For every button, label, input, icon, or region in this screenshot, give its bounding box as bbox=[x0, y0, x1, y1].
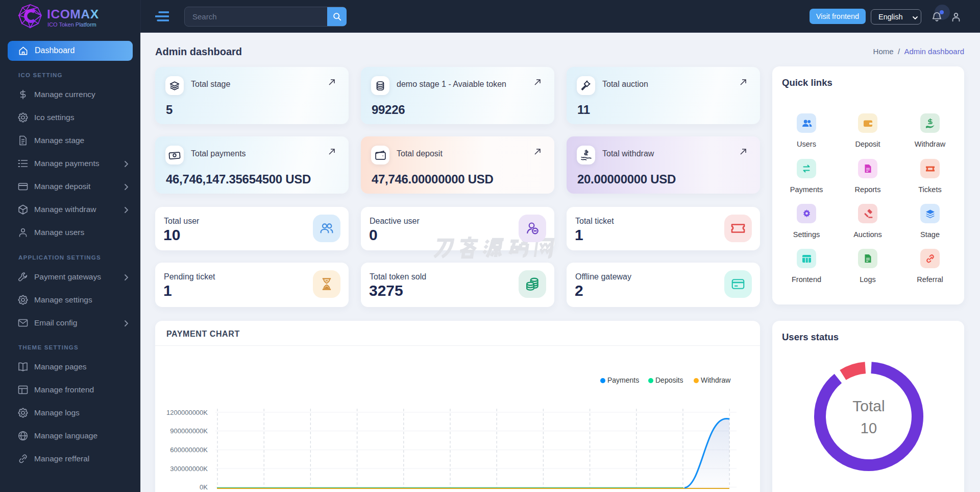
svg-text:ICOMAX: ICOMAX bbox=[47, 7, 99, 21]
svg-text:300000000K: 300000000K bbox=[170, 465, 208, 473]
svg-text:Total: Total bbox=[852, 397, 885, 414]
svg-text:1200000000K: 1200000000K bbox=[166, 409, 208, 416]
svg-text:ICO Token Platform: ICO Token Platform bbox=[47, 21, 96, 28]
svg-text:600000000K: 600000000K bbox=[170, 446, 208, 454]
svg-text:0K: 0K bbox=[200, 483, 208, 491]
svg-text:900000000K: 900000000K bbox=[170, 427, 208, 435]
svg-text:10: 10 bbox=[861, 420, 877, 436]
